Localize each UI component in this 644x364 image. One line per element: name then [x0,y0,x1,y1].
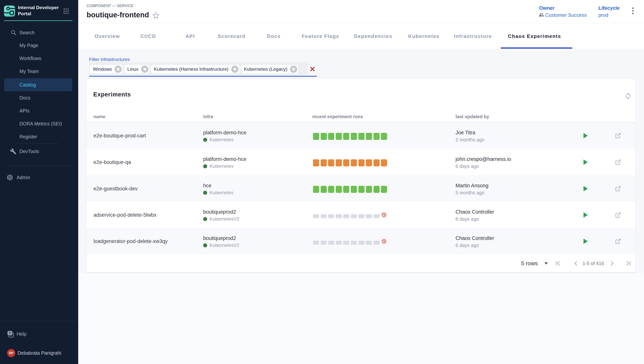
svg-text:?: ? [9,332,11,335]
